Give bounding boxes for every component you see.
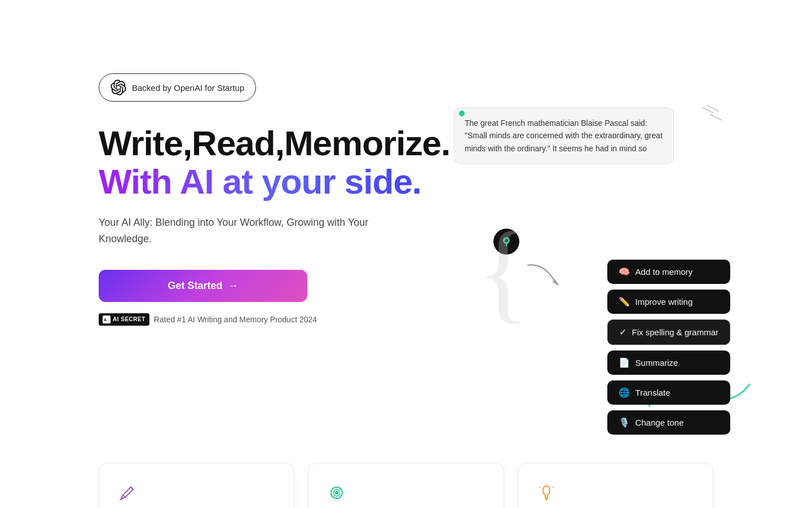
change-tone-button[interactable]: 🎙️ Change tone [607,410,730,435]
write-better-icon [118,484,136,502]
fix-spelling-button[interactable]: ✓ Fix spelling & grammar [607,319,730,345]
text-snippet: The great French mathematician Blaise Pa… [454,107,674,164]
openai-icon [111,80,126,95]
feature-card-ideas: Get ideas Unlock a world of ideas and in… [518,463,713,508]
rated-text: Rated #1 AI Writing and Memory Product 2… [154,315,317,324]
fix-spelling-label: Fix spelling & grammar [632,327,718,337]
translate-icon: 🌐 [619,387,630,398]
translate-label: Translate [636,388,670,397]
tone-icon: 🎙️ [619,417,630,428]
aisecret-icon: A [103,316,111,323]
arrow-decoration [522,260,567,294]
summarize-button[interactable]: 📄 Summarize [607,351,730,375]
action-buttons-panel: 🧠 Add to memory ✏️ Improve writing ✓ Fix… [607,260,730,435]
svg-text:A: A [104,318,107,322]
openai-badge: Backed by OpenAI for Startup [99,73,256,102]
add-to-memory-button[interactable]: 🧠 Add to memory [607,260,730,284]
arrow-icon: → [228,280,239,292]
hero-title-line2: With AI at your side. [99,163,448,201]
feature-card-remember: Remember everything Save your knowledge … [308,463,504,508]
svg-line-14 [553,487,554,488]
summarize-label: Summarize [636,358,678,367]
svg-line-13 [539,487,540,488]
feature-card-write-better: Write better Get help writing right wher… [99,463,294,508]
get-started-label: Get Started [167,280,222,292]
change-tone-label: Change tone [636,418,684,427]
rated-badge: A AI SECRET Rated #1 AI Writing and Memo… [99,313,448,326]
remember-icon-wrap [324,480,349,505]
get-started-button[interactable]: Get Started → [99,270,307,302]
hero-subtitle: Your AI Ally: Blending into Your Workflo… [99,214,369,247]
summarize-icon: 📄 [619,357,630,368]
writing-icon: ✏️ [619,296,630,307]
memory-icon: 🧠 [619,266,630,277]
svg-line-7 [710,115,722,120]
translate-button[interactable]: 🌐 Translate [607,380,730,405]
check-icon: ✓ [619,327,626,338]
hero-right-mockup: The great French mathematician Blaise Pa… [448,102,730,384]
deco-lines [696,104,725,127]
aisecret-logo: A AI SECRET [99,313,149,326]
snippet-content: The great French mathematician Blaise Pa… [465,119,663,153]
green-cursor-dot [459,111,465,116]
features-section: Write better Get help writing right wher… [0,463,812,508]
write-better-icon-wrap [115,480,140,505]
ideas-icon [537,484,555,502]
hero-title-line1: Write,Read,Memorize. [99,124,448,163]
badge-label: Backed by OpenAI for Startup [132,83,244,93]
svg-point-9 [335,491,338,494]
hero-left: Write,Read,Memorize. With AI at your sid… [99,119,448,326]
add-memory-label: Add to memory [636,267,693,277]
improve-writing-label: Improve writing [636,297,693,306]
remember-icon [328,484,346,502]
ideas-icon-wrap [534,480,559,505]
hero-section: Write,Read,Memorize. With AI at your sid… [0,119,812,384]
improve-writing-button[interactable]: ✏️ Improve writing [607,290,730,314]
